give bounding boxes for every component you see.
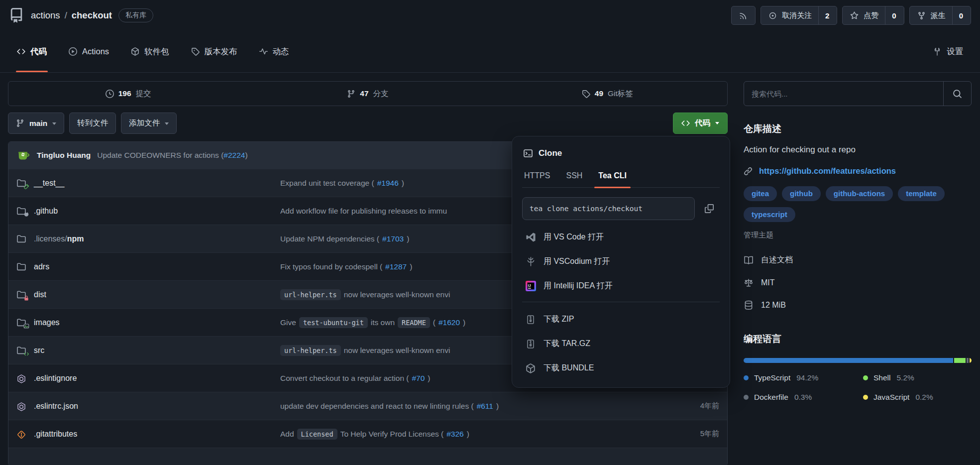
file-link[interactable]: dist xyxy=(34,290,46,299)
meta-label: 12 MiB xyxy=(761,301,786,310)
download-item[interactable]: 下载 ZIP xyxy=(522,307,720,332)
goto-file-button[interactable]: 转到文件 xyxy=(69,113,116,134)
lang-legend-dockerfile[interactable]: Dockerfile0.3% xyxy=(744,393,863,402)
stat-branches[interactable]: 47分支 xyxy=(248,89,487,99)
topic-template[interactable]: template xyxy=(898,186,945,201)
clone-tab-https[interactable]: HTTPS xyxy=(524,171,550,187)
star-count[interactable]: 0 xyxy=(885,6,896,24)
search-input[interactable] xyxy=(744,82,943,106)
branch-selector[interactable]: main xyxy=(8,113,64,134)
pr-link[interactable]: #1287 xyxy=(385,262,407,271)
tab-settings[interactable]: 设置 xyxy=(928,31,968,72)
topic-github[interactable]: github xyxy=(782,186,821,201)
fork-label: 派生 xyxy=(931,11,946,20)
clock-icon xyxy=(106,90,114,98)
file-link[interactable]: .licenses/npm xyxy=(34,234,84,243)
commit-author[interactable]: Tingluo Huang xyxy=(37,151,91,160)
languages-title: 编程语言 xyxy=(744,333,972,346)
open-with-item[interactable]: 用 VSCodium 打开 xyxy=(522,249,720,274)
code-chip: url-helper.ts xyxy=(280,345,341,356)
file-name-cell: dist xyxy=(16,290,280,300)
idea-icon: IJ xyxy=(525,281,536,291)
pr-link[interactable]: #326 xyxy=(446,430,463,439)
gitea-repo-page: actions / checkout 私有库 取消关注 2 点赞 0 派生 0 xyxy=(0,0,980,465)
branch-icon xyxy=(347,90,355,98)
folder-icon xyxy=(16,262,27,272)
open-with-item[interactable]: 用 VS Code 打开 xyxy=(522,225,720,249)
file-link[interactable]: adrs xyxy=(34,262,49,271)
tab-activity[interactable]: 动态 xyxy=(254,31,294,72)
clone-tab-tea-cli[interactable]: Tea CLI xyxy=(598,171,627,187)
pr-link[interactable]: #1620 xyxy=(438,318,460,327)
vscodium-icon xyxy=(525,256,536,267)
star-button[interactable]: 点赞 0 xyxy=(842,6,904,25)
file-link[interactable]: .github xyxy=(34,207,58,216)
tab-packages[interactable]: 软件包 xyxy=(126,31,174,72)
repo-owner-link[interactable]: actions xyxy=(31,10,60,21)
eye-icon xyxy=(768,11,777,20)
open-with-item[interactable]: IJ用 Intellij IDEA 打开 xyxy=(522,274,720,298)
cube-icon xyxy=(525,363,536,373)
unwatch-button[interactable]: 取消关注 2 xyxy=(761,6,837,25)
vscode-icon xyxy=(525,232,536,242)
file-link[interactable]: images xyxy=(34,318,60,327)
tab-code[interactable]: 代码 xyxy=(12,31,52,72)
fork-icon xyxy=(917,11,926,20)
rss-button[interactable] xyxy=(731,6,756,25)
website-link[interactable]: https://github.com/features/actions xyxy=(759,166,896,176)
lang-dot-icon xyxy=(744,395,749,400)
topic-github-actions[interactable]: github-actions xyxy=(826,186,893,201)
pr-link[interactable]: #70 xyxy=(412,374,425,383)
stat-commits[interactable]: 196提交 xyxy=(8,89,248,99)
download-menu: 下载 ZIP下载 TAR.GZ下载 BUNDLE xyxy=(522,307,720,380)
topic-gitea[interactable]: gitea xyxy=(744,186,777,201)
meta-book[interactable]: 自述文档 xyxy=(744,249,972,271)
copy-button[interactable] xyxy=(699,198,720,219)
meta-law[interactable]: MIT xyxy=(744,271,972,294)
lang-legend-shell[interactable]: Shell5.2% xyxy=(863,373,972,382)
pr-link[interactable]: #611 xyxy=(477,402,493,411)
pr-link[interactable]: #1946 xyxy=(377,179,399,188)
file-link[interactable]: __test__ xyxy=(34,179,64,188)
file-link[interactable]: src xyxy=(34,346,44,355)
tab-label: 软件包 xyxy=(144,46,169,57)
meta-db[interactable]: 12 MiB xyxy=(744,294,972,316)
add-file-button[interactable]: 添加文件 xyxy=(121,113,177,134)
fork-button[interactable]: 派生 0 xyxy=(909,6,971,25)
download-item[interactable]: 下载 BUNDLE xyxy=(522,356,720,380)
copy-icon xyxy=(705,204,714,213)
file-link[interactable]: .eslintrc.json xyxy=(34,402,78,411)
lang-pct: 94.2% xyxy=(796,373,818,382)
file-row[interactable]: .gitattributesAdd Licensed To Help Verif… xyxy=(8,420,727,448)
meta-label: MIT xyxy=(761,278,775,287)
lang-legend-javascript[interactable]: JavaScript0.2% xyxy=(863,393,972,402)
repo-action-buttons: 取消关注 2 点赞 0 派生 0 xyxy=(731,6,971,25)
lang-legend-typescript[interactable]: TypeScript94.2% xyxy=(744,373,863,382)
avatar[interactable] xyxy=(16,148,30,162)
file-name-cell: adrs xyxy=(16,262,280,272)
commit-pr-link[interactable]: #2224 xyxy=(223,151,245,159)
file-name-cell: .github xyxy=(16,206,280,216)
commit-message[interactable]: Update CODEOWNERS for actions (#2224) xyxy=(97,151,247,160)
lang-segment-javascript xyxy=(970,358,972,363)
file-link[interactable]: .eslintignore xyxy=(34,374,77,383)
watch-count[interactable]: 2 xyxy=(818,6,829,24)
clone-command-input[interactable] xyxy=(522,197,695,220)
breadcrumb: actions / checkout 私有库 xyxy=(31,8,153,22)
code-dropdown-button[interactable]: 代码 xyxy=(673,113,728,134)
pr-link[interactable]: #1703 xyxy=(382,234,404,243)
manage-topics-link[interactable]: 管理主题 xyxy=(744,231,773,240)
file-row[interactable]: .eslintrc.jsonupdate dev dependencies an… xyxy=(8,392,727,420)
download-item[interactable]: 下载 TAR.GZ xyxy=(522,332,720,356)
repo-name-link[interactable]: checkout xyxy=(72,10,112,21)
search-button[interactable] xyxy=(943,82,971,106)
fork-count[interactable]: 0 xyxy=(952,6,963,24)
file-link[interactable]: .gitattributes xyxy=(34,430,77,439)
tab-releases[interactable]: 版本发布 xyxy=(186,31,242,72)
clone-tab-ssh[interactable]: SSH xyxy=(566,171,582,187)
tab-actions[interactable]: Actions xyxy=(64,31,114,72)
db-icon xyxy=(744,300,754,310)
stat-tags[interactable]: 49Git标签 xyxy=(488,89,727,99)
topic-typescript[interactable]: typescript xyxy=(744,207,795,222)
stat-value: 47 xyxy=(360,89,368,98)
